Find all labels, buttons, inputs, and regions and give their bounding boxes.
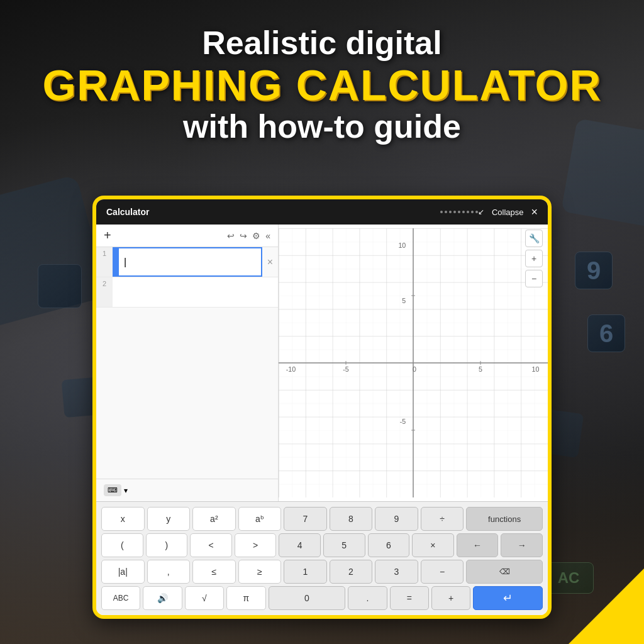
collapse-panel-button[interactable]: « xyxy=(265,231,270,241)
calculator-window: Calculator ↙ Collapse × xyxy=(96,199,548,615)
title-bar-dots xyxy=(440,211,478,213)
close-button[interactable]: × xyxy=(531,206,538,219)
expression-row: 1 × xyxy=(96,247,278,277)
keyboard-row-2: ( ) < > 4 5 6 × ← → xyxy=(101,533,543,557)
key-5[interactable]: 5 xyxy=(323,533,365,557)
title-bar: Calculator ↙ Collapse × xyxy=(96,199,548,225)
key-equals[interactable]: = xyxy=(390,586,429,610)
dot xyxy=(471,211,474,213)
key-sqrt[interactable]: √ xyxy=(185,586,224,610)
dot xyxy=(458,211,460,213)
svg-text:5: 5 xyxy=(479,365,482,373)
keyboard-row-1: x y a² aᵇ 7 8 9 ÷ functions xyxy=(101,507,543,531)
key-9[interactable]: 9 xyxy=(375,507,418,531)
keyboard-chevron: ▾ xyxy=(124,486,128,495)
expression-list: 1 × 2 xyxy=(96,247,278,479)
expression-input[interactable] xyxy=(118,247,262,277)
key-right-arrow[interactable]: → xyxy=(501,533,543,557)
key-7[interactable]: 7 xyxy=(284,507,327,531)
key-abc[interactable]: ABC xyxy=(101,586,140,610)
header-section: Realistic digital GRAPHING CALCULATOR wi… xyxy=(0,13,644,157)
expression-delete-button[interactable]: × xyxy=(262,247,278,277)
keyboard-symbol: ⌨ xyxy=(108,486,118,494)
zoom-out-button[interactable]: − xyxy=(525,270,543,287)
key-sound[interactable]: 🔊 xyxy=(143,586,182,610)
dot xyxy=(440,211,443,213)
svg-text:0: 0 xyxy=(413,365,416,373)
zoom-in-button[interactable]: + xyxy=(525,250,543,267)
key-geq[interactable]: ≥ xyxy=(238,560,282,584)
key-open-paren[interactable]: ( xyxy=(101,533,143,557)
settings-button[interactable]: ⚙ xyxy=(252,231,260,241)
key-0[interactable]: 0 xyxy=(269,586,346,610)
key-6[interactable]: 6 xyxy=(368,533,410,557)
key-comma[interactable]: , xyxy=(147,560,191,584)
left-panel: + ↩ ↪ ⚙ « 1 × xyxy=(96,225,279,501)
add-expression-button[interactable]: + xyxy=(104,228,111,243)
dot xyxy=(449,211,452,213)
key-abs[interactable]: |a| xyxy=(101,560,145,584)
title-line1: Realistic digital xyxy=(25,25,619,61)
key-pi[interactable]: π xyxy=(226,586,265,610)
expression-row: 2 xyxy=(96,277,278,308)
calculator-container: Calculator ↙ Collapse × xyxy=(92,196,552,619)
dot xyxy=(462,211,465,213)
svg-text:10: 10 xyxy=(398,242,406,249)
key-4[interactable]: 4 xyxy=(279,533,321,557)
svg-text:-5: -5 xyxy=(400,418,406,425)
key-leq[interactable]: ≤ xyxy=(192,560,236,584)
settings-graph-button[interactable]: 🔧 xyxy=(525,230,543,247)
keyboard-row-3: |a| , ≤ ≥ 1 2 3 − ⌫ xyxy=(101,560,543,584)
graph-controls: 🔧 + − xyxy=(525,230,543,287)
dot xyxy=(467,211,469,213)
key-less-than[interactable]: < xyxy=(190,533,232,557)
collapse-icon: ↙ xyxy=(478,208,484,216)
svg-text:10: 10 xyxy=(532,365,540,373)
yellow-border: Calculator ↙ Collapse × xyxy=(92,196,552,619)
redo-button[interactable]: ↪ xyxy=(240,231,247,241)
keyboard-toggle[interactable]: ⌨ ▾ xyxy=(96,479,278,501)
toolbar: + ↩ ↪ ⚙ « xyxy=(96,225,278,247)
expression-number: 2 xyxy=(96,277,113,307)
graph-svg: -10 -5 0 5 10 10 5 -5 xyxy=(279,225,548,501)
expression-number: 1 xyxy=(96,247,113,277)
dot xyxy=(445,211,447,213)
dot xyxy=(453,211,456,213)
keyboard-panel: x y a² aᵇ 7 8 9 ÷ functions ( ) < > 4 xyxy=(96,501,548,615)
calc-body: + ↩ ↪ ⚙ « 1 × xyxy=(96,225,548,501)
title-bar-right: ↙ Collapse × xyxy=(478,206,538,219)
keyboard-icon[interactable]: ⌨ xyxy=(104,484,121,496)
key-multiply[interactable]: × xyxy=(412,533,454,557)
key-8[interactable]: 8 xyxy=(330,507,373,531)
key-3[interactable]: 3 xyxy=(375,560,418,584)
graph-area[interactable]: -10 -5 0 5 10 10 5 -5 xyxy=(279,225,548,501)
expression-empty[interactable] xyxy=(113,277,278,307)
key-plus[interactable]: + xyxy=(431,586,470,610)
key-1[interactable]: 1 xyxy=(284,560,327,584)
svg-text:-10: -10 xyxy=(286,365,296,373)
graph-panel: -10 -5 0 5 10 10 5 -5 xyxy=(279,225,548,501)
collapse-button[interactable]: Collapse xyxy=(492,208,524,217)
key-left-arrow[interactable]: ← xyxy=(457,533,499,557)
key-functions[interactable]: functions xyxy=(466,507,543,531)
title-line3: with how-to guide xyxy=(25,109,619,145)
title-line2: GRAPHING CALCULATOR xyxy=(25,64,619,106)
svg-text:5: 5 xyxy=(402,297,406,304)
undo-button[interactable]: ↩ xyxy=(227,231,235,241)
key-minus[interactable]: − xyxy=(421,560,464,584)
key-x[interactable]: x xyxy=(101,507,145,531)
key-divide[interactable]: ÷ xyxy=(421,507,464,531)
key-a-power-b[interactable]: aᵇ xyxy=(238,507,282,531)
key-close-paren[interactable]: ) xyxy=(146,533,188,557)
key-backspace[interactable]: ⌫ xyxy=(466,560,543,584)
key-dot[interactable]: . xyxy=(348,586,387,610)
key-a-squared[interactable]: a² xyxy=(192,507,236,531)
window-title: Calculator xyxy=(106,207,440,217)
key-greater-than[interactable]: > xyxy=(235,533,277,557)
expression-color-bar[interactable] xyxy=(113,247,118,277)
svg-text:-5: -5 xyxy=(343,365,349,373)
key-enter[interactable]: ↵ xyxy=(473,586,543,610)
keyboard-row-4: ABC 🔊 √ π 0 . = + ↵ xyxy=(101,586,543,610)
key-2[interactable]: 2 xyxy=(330,560,373,584)
key-y[interactable]: y xyxy=(147,507,191,531)
